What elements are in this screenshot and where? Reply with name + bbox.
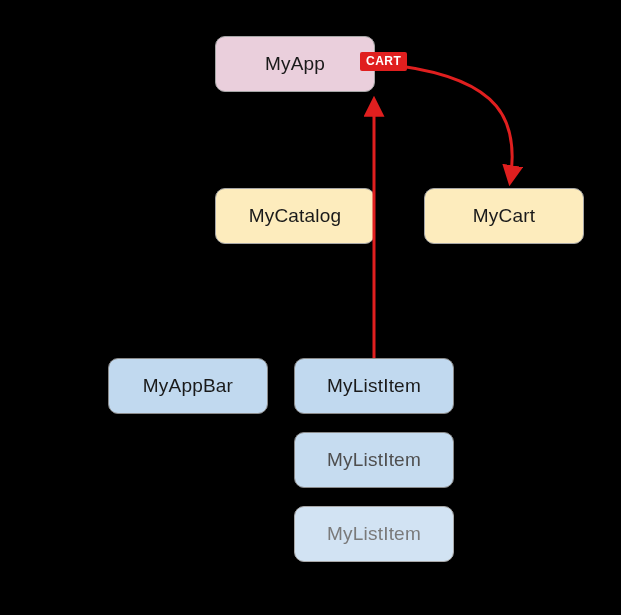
arrow-app-to-cart [400, 66, 512, 182]
state-badge-cart: CART [360, 52, 407, 71]
node-label: MyApp [265, 53, 325, 75]
node-mylistitem-3: MyListItem [294, 506, 454, 562]
node-label: MyAppBar [143, 375, 233, 397]
node-label: MyCart [473, 205, 535, 227]
node-label: MyCatalog [249, 205, 342, 227]
node-label: MyListItem [327, 523, 421, 545]
node-mycart: MyCart [424, 188, 584, 244]
badge-text: CART [366, 54, 401, 68]
node-mylistitem-2: MyListItem [294, 432, 454, 488]
node-myapp: MyApp [215, 36, 375, 92]
node-myappbar: MyAppBar [108, 358, 268, 414]
node-mylistitem-1: MyListItem [294, 358, 454, 414]
node-label: MyListItem [327, 449, 421, 471]
diagram-canvas: MyApp MyCatalog MyCart MyAppBar MyListIt… [0, 0, 621, 615]
node-mycatalog: MyCatalog [215, 188, 375, 244]
node-label: MyListItem [327, 375, 421, 397]
